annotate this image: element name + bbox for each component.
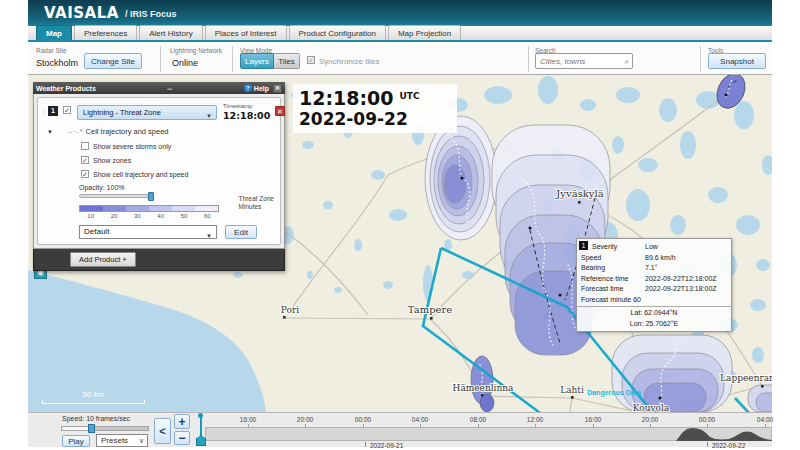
search-box: ⌕ [535, 53, 633, 69]
option-row: ✓ Show zones [81, 156, 277, 164]
legend-tick: 30 [126, 213, 149, 219]
panel-titlebar[interactable]: Weather Products ▬ ? Help ✕ [33, 82, 285, 94]
legend-ticks: 10 20 30 40 50 60 [79, 213, 219, 219]
tooltip-row: Bearing7.1° [581, 263, 727, 274]
edit-button[interactable]: Edit [225, 225, 257, 239]
lightning-activity-histogram [205, 427, 772, 441]
chevron-down-icon: ▼ [206, 230, 212, 242]
speed-slider-fill [62, 427, 90, 430]
tab-product-configuration[interactable]: Product Configuration [289, 25, 386, 40]
legend-tick: 40 [149, 213, 172, 219]
timeline-tick: 20:00 [642, 416, 658, 423]
tab-places-of-interest[interactable]: Places of Interest [205, 25, 287, 40]
timestamp-label: Timestamp [223, 103, 252, 109]
help-icon[interactable]: ? [244, 84, 252, 92]
chevron-down-icon: ▼ [206, 110, 212, 123]
toolbar-divider [160, 46, 161, 72]
tooltip-row: SeverityLow [581, 242, 727, 253]
tab-map-projection[interactable]: Map Projection [388, 25, 461, 40]
main-tabbar: Map Preferences Alert History Places of … [28, 26, 772, 42]
timeline-tick: 08:00 [470, 416, 486, 423]
panel-drag-handle[interactable]: ▬ [96, 85, 244, 91]
timeline-zoom-in-button[interactable]: + [174, 414, 190, 429]
preset-select-value: Default [84, 227, 109, 236]
speed-label: Speed: 10 frames/sec [62, 415, 130, 422]
change-site-button[interactable]: Change Site [84, 53, 142, 69]
timeline-tick: 12:00 [527, 416, 543, 423]
show-zones-checkbox[interactable]: ✓ [81, 156, 89, 164]
show-trajectory-checkbox[interactable]: ✓ [81, 170, 89, 178]
show-severe-storms-label: Show severe storms only [93, 143, 171, 150]
cell-info-tooltip: 1 SeverityLow Speed89.6 km/h Bearing7.1°… [576, 238, 732, 332]
product-select[interactable]: Lightning - Threat Zone ▼ [77, 105, 217, 120]
city-label-tampere: Tampere [408, 304, 452, 315]
date-separator [365, 442, 366, 447]
legend-segment [149, 206, 172, 211]
preset-select[interactable]: Default ▼ [79, 225, 217, 239]
opacity-slider-handle[interactable] [148, 192, 154, 201]
presets-select[interactable]: Presets ∨ [96, 434, 148, 447]
trajectory-line-icon: -·-* [69, 127, 83, 136]
timestamp-value: 12:18:00 [223, 110, 270, 121]
weather-products-panel: Weather Products ▬ ? Help ✕ ⋮⋮ 1 ✓ Light… [33, 82, 285, 271]
help-label[interactable]: Help [254, 85, 269, 92]
speed-slider-handle[interactable] [88, 424, 95, 433]
product-enabled-checkbox[interactable]: ✓ [63, 106, 71, 114]
legend-tick: 60 [196, 213, 219, 219]
show-severe-storms-checkbox[interactable] [81, 142, 89, 150]
option-row: Show severe storms only [81, 142, 277, 150]
threat-zone-cell-east[interactable] [748, 385, 772, 412]
panel-title: Weather Products [36, 85, 96, 92]
chevron-down-icon: ∨ [139, 435, 144, 446]
synchronize-tiles-label: Synchronize tiles [319, 57, 379, 66]
map-clock-overlay: 12:18:00UTC 2022-09-22 [293, 84, 457, 133]
presets-select-value: Presets [101, 436, 128, 445]
tooltip-row: Reference time2022-09-22T12:18:00Z [581, 274, 727, 285]
search-input[interactable] [536, 54, 618, 68]
tooltip-lat: Lat: 62.0944°N [581, 308, 727, 319]
lightning-network-label: Lightning Network [170, 47, 222, 54]
timeline-zoom-out-button[interactable]: − [174, 431, 190, 445]
threat-zone-cell-kouvola[interactable] [612, 335, 732, 412]
radar-site-value: Stockholm [36, 58, 78, 68]
tab-map[interactable]: Map [36, 25, 72, 40]
add-product-button[interactable]: Add Product + [70, 252, 136, 267]
tab-alert-history[interactable]: Alert History [139, 25, 203, 40]
legend-segment [195, 206, 218, 211]
timeline-date: 2022-09-21 [370, 442, 403, 449]
speed-slider[interactable] [61, 426, 149, 431]
clock-date: 2022-09-22 [299, 109, 451, 129]
remove-product-icon[interactable]: ✕ [275, 106, 285, 116]
timeline-tick: 16:00 [240, 416, 256, 423]
product-row: ⋮⋮ 1 ✓ Lightning - Threat Zone ▼ Timesta… [41, 102, 277, 120]
show-zones-label: Show zones [93, 157, 131, 164]
tiles-button[interactable]: Tiles [274, 53, 300, 69]
collapse-timeline-button[interactable]: < [154, 418, 171, 444]
opacity-label: Opacity: 100% [79, 184, 277, 191]
tooltip-lon: Lon: 25.7062°E [581, 319, 727, 330]
play-button[interactable]: Play [62, 435, 90, 447]
city-label-kouvola: Kouvola [633, 403, 670, 412]
clock-time: 12:18:00 [299, 87, 394, 109]
radar-site-label: Radar Site [36, 47, 67, 54]
tooltip-row: Forecast time2022-09-22T13:18:00Z [581, 284, 727, 295]
toolbar-divider [528, 46, 529, 72]
threat-zone-legend [79, 205, 219, 212]
snapshot-button[interactable]: Snapshot [708, 53, 766, 69]
opacity-slider[interactable] [79, 194, 153, 198]
timeline-tick: 16:00 [585, 416, 601, 423]
playback-bar: Speed: 10 frames/sec Play Presets ∨ < + … [28, 412, 772, 447]
date-separator [707, 442, 708, 447]
current-time-marker-knob[interactable] [198, 413, 203, 418]
tab-preferences[interactable]: Preferences [74, 25, 137, 40]
expander-icon[interactable]: ▼ [47, 129, 53, 135]
tooltip-row: Speed89.6 km/h [581, 253, 727, 264]
timeline-tick: 20:00 [297, 416, 313, 423]
map-canvas[interactable]: Seinäjoki Jyväskylä Pori Tampere Hämeenl… [28, 75, 772, 412]
layers-button[interactable]: Layers [240, 53, 274, 69]
tooltip-forecast-minute: Forecast minute 60 [581, 295, 727, 306]
legend-segment [80, 206, 103, 211]
synchronize-tiles-checkbox[interactable]: ✓ [307, 56, 315, 64]
timeline-date: 2022-09-22 [712, 442, 745, 449]
panel-close-icon[interactable]: ✕ [273, 84, 282, 93]
